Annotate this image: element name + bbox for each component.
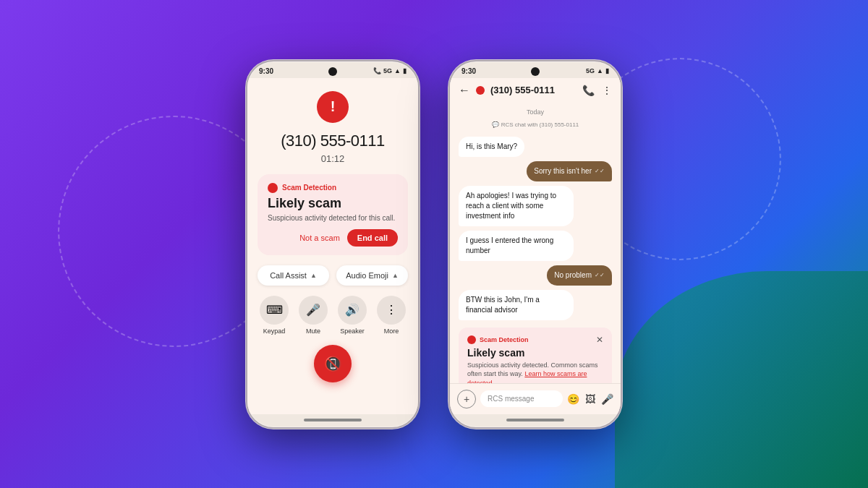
add-attachment-button[interactable]: +	[457, 390, 476, 408]
message-text: Ah apologies! I was trying to reach a cl…	[466, 192, 556, 220]
phone1-content: ! (310) 555-0111 01:12 Scam Detection Li…	[247, 78, 418, 427]
message-text: Hi, is this Mary?	[466, 142, 517, 150]
phone2: 9:30 5G ▲ ▮ ← (310) 555-0111 📞 ⋮	[448, 60, 622, 429]
chat-rcs-label: 💬 RCS chat with (310) 555-0111	[459, 121, 612, 128]
speaker-button[interactable]: 🔊 Speaker	[336, 296, 369, 335]
more-label: More	[384, 328, 399, 335]
chat-input-actions: 😊 🖼 🎤	[567, 393, 613, 405]
home-bar-phone1	[304, 419, 362, 421]
chat-messages: Today 💬 RCS chat with (310) 555-0111 Hi,…	[450, 103, 621, 383]
call-screen: ! (310) 555-0111 01:12 Scam Detection Li…	[247, 78, 418, 414]
phone1: 9:30 📞 5G ▲ ▮ ! (310) 555-0111 01:12	[246, 60, 420, 429]
signal-5g: 5G	[383, 67, 392, 74]
mute-button[interactable]: 🎤 Mute	[297, 296, 330, 335]
speaker-icon: 🔊	[338, 296, 367, 325]
chat-scam-label: Scam Detection	[480, 336, 592, 343]
keypad-label: Keypad	[263, 328, 286, 335]
call-alert-icon: !	[317, 91, 349, 123]
close-scam-button[interactable]: ✕	[596, 335, 603, 345]
status-time-phone2: 9:30	[461, 67, 476, 75]
audio-emoji-chevron-icon: ▲	[392, 272, 399, 279]
scam-detection-header: Scam Detection	[268, 183, 398, 193]
chat-scam-title: Likely scam	[467, 347, 603, 359]
call-assist-pill[interactable]: Call Assist ▲	[258, 265, 329, 286]
call-assist-chevron-icon: ▲	[310, 272, 317, 279]
exclamation-icon: !	[331, 98, 336, 115]
scam-detection-card-phone1: Scam Detection Likely scam Suspicious ac…	[258, 174, 408, 255]
chat-scam-header: Scam Detection ✕	[467, 335, 603, 345]
message-text: I guess I entered the wrong number	[466, 236, 553, 254]
phone2-content: ← (310) 555-0111 📞 ⋮ Today 💬 RCS chat wi…	[450, 78, 621, 427]
hang-up-button[interactable]: 📵	[314, 345, 352, 382]
chat-alert-dot-icon	[476, 86, 485, 95]
bg-blob	[615, 271, 868, 488]
list-item: BTW this is John, I'm a financial adviso…	[459, 290, 574, 320]
chat-scam-desc: Suspicious activity detected. Common sca…	[467, 361, 603, 383]
audio-emoji-label: Audio Emoji	[346, 271, 388, 280]
camera-notch	[328, 67, 337, 76]
home-bar-phone2	[506, 419, 564, 421]
camera-notch-phone2	[531, 67, 540, 76]
list-item: Ah apologies! I was trying to reach a cl…	[459, 186, 574, 226]
mute-icon: 🎤	[299, 296, 328, 325]
message-text: BTW this is John, I'm a financial adviso…	[466, 296, 540, 314]
chat-header: ← (310) 555-0111 📞 ⋮	[450, 78, 621, 103]
input-placeholder: RCS message	[488, 395, 534, 403]
not-scam-button-phone1[interactable]: Not a scam	[299, 234, 340, 242]
status-time-phone1: 9:30	[259, 67, 273, 75]
scam-label-phone1: Scam Detection	[282, 184, 336, 192]
call-assist-label: Call Assist	[270, 271, 307, 280]
read-tick-icon: ✓✓	[595, 167, 605, 175]
scam-actions-phone1: Not a scam End call	[268, 229, 398, 247]
chat-header-icons: 📞 ⋮	[582, 85, 612, 96]
read-tick-icon2: ✓✓	[595, 271, 605, 279]
list-item: No problem ✓✓	[547, 265, 612, 286]
scam-dot-icon	[268, 183, 278, 193]
message-text: No problem	[554, 270, 592, 281]
speaker-label: Speaker	[340, 328, 365, 335]
call-duration: 01:12	[321, 153, 345, 164]
keypad-button[interactable]: ⌨ Keypad	[258, 296, 291, 335]
message-text: Sorry this isn't her	[534, 166, 592, 176]
list-item: I guess I entered the wrong number	[459, 231, 574, 261]
sticker-button[interactable]: 🖼	[585, 393, 595, 405]
list-item: Hi, is this Mary?	[459, 137, 524, 157]
call-number: (310) 555-0111	[281, 132, 384, 150]
chat-screen: ← (310) 555-0111 📞 ⋮ Today 💬 RCS chat wi…	[450, 78, 621, 414]
message-input[interactable]: RCS message	[480, 390, 563, 407]
call-controls: ⌨ Keypad 🎤 Mute 🔊 Speaker ⋮ More	[258, 296, 408, 335]
call-icon: 📞	[373, 67, 381, 74]
chat-input-bar: + RCS message 😊 🖼 🎤	[450, 383, 621, 414]
chat-scam-dot-icon	[467, 335, 476, 344]
overflow-menu-icon[interactable]: ⋮	[602, 85, 612, 96]
signal-bars: ▲	[394, 67, 401, 74]
back-button[interactable]: ←	[459, 84, 470, 97]
chat-title: (310) 555-0111	[490, 85, 576, 95]
end-call-button[interactable]: End call	[347, 229, 398, 247]
battery-icon-p2: ▮	[605, 67, 609, 74]
signal-5g-p2: 5G	[586, 67, 595, 74]
more-icon: ⋮	[377, 296, 406, 325]
emoji-button[interactable]: 😊	[567, 393, 579, 405]
scam-desc-phone1: Suspicious activity detected for this ca…	[268, 214, 398, 222]
rcs-icon: 💬	[492, 121, 499, 128]
hang-up-icon: 📵	[324, 355, 342, 372]
more-button[interactable]: ⋮ More	[375, 296, 408, 335]
audio-emoji-pill[interactable]: Audio Emoji ▲	[336, 265, 408, 286]
keypad-icon: ⌨	[260, 296, 289, 325]
phone-icon[interactable]: 📞	[582, 85, 595, 96]
scam-title-phone1: Likely scam	[268, 196, 398, 211]
battery-icon: ▮	[403, 67, 407, 74]
phones-container: 9:30 📞 5G ▲ ▮ ! (310) 555-0111 01:12	[246, 60, 622, 429]
status-icons-phone2: 5G ▲ ▮	[586, 67, 609, 74]
list-item: Sorry this isn't her ✓✓	[527, 161, 612, 181]
mute-label: Mute	[306, 328, 320, 335]
voice-button[interactable]: 🎤	[601, 393, 613, 405]
scam-detection-card-chat: Scam Detection ✕ Likely scam Suspicious …	[459, 328, 612, 383]
chat-date-label: Today	[459, 108, 612, 116]
call-assist-bar: Call Assist ▲ Audio Emoji ▲	[258, 265, 408, 286]
signal-bars-p2: ▲	[597, 67, 603, 74]
status-icons-phone1: 📞 5G ▲ ▮	[373, 67, 407, 74]
